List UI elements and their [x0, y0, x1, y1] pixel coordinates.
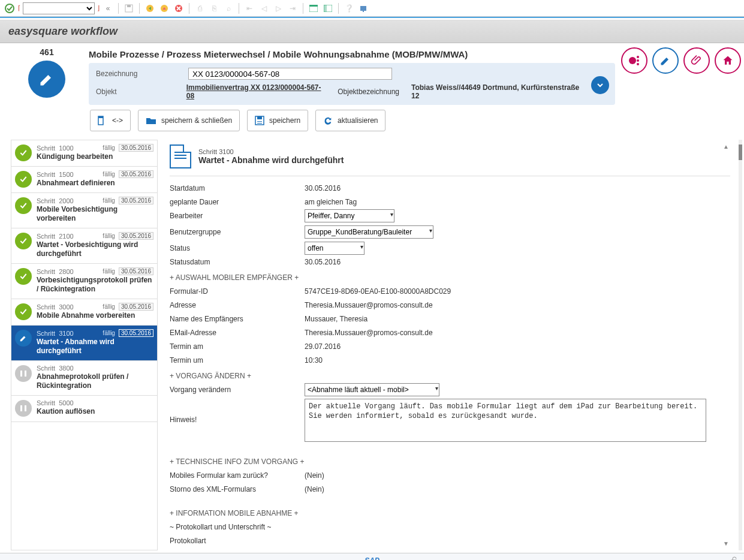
print-icon[interactable]: ⎙	[194, 2, 206, 14]
hinweis-text[interactable]: Der aktuelle Vorgang läuft. Das mobile F…	[305, 399, 706, 442]
save-label: speichern	[269, 116, 300, 125]
email-value: Theresia.Mussauer@promos-consult.de	[305, 329, 433, 337]
expand-button[interactable]: <->	[90, 110, 131, 131]
step-item[interactable]: Schritt3100fällig30.05.2016Wartet - Abna…	[11, 326, 157, 361]
step-item[interactable]: Schritt2800fällig30.05.2016Vorbesichtigu…	[11, 264, 157, 299]
svg-point-19	[637, 56, 639, 58]
edit-process-button[interactable]	[28, 61, 65, 98]
bearbeiter-select[interactable]: Pfeiffer, Danny	[305, 209, 394, 222]
formular-value: 5747CE19-8D69-0EA0-E100-80000A8DC029	[305, 287, 451, 296]
ok-icon[interactable]	[4, 2, 16, 14]
step-status-icon	[15, 171, 32, 188]
cancel-icon[interactable]	[173, 2, 185, 14]
step-title: Vorbesichtigungsprotokoll prüfen / Rücki…	[37, 276, 153, 294]
proto-sub: ~ Protokollart und Unterschrift ~	[170, 523, 271, 531]
save-close-button[interactable]: speichern & schließen	[138, 110, 240, 131]
page-title: easysquare workflow	[8, 25, 736, 38]
step-item[interactable]: Schritt1000fällig30.05.2016Kündigung bea…	[11, 140, 157, 167]
step-status-icon	[15, 233, 32, 249]
last-page-icon[interactable]: ⇥	[287, 2, 299, 14]
up-icon[interactable]	[158, 2, 170, 14]
due-label: fällig	[103, 303, 115, 310]
svg-point-21	[637, 63, 639, 65]
step-item[interactable]: Schritt5000Kaution auflösen	[11, 396, 157, 422]
step-item[interactable]: Schritt2100fällig30.05.2016Wartet - Vorb…	[11, 228, 157, 264]
home-button[interactable]	[715, 47, 741, 74]
gruppe-select[interactable]: Gruppe_KundBeratung/Bauleiter	[305, 225, 433, 239]
due-date: 30.05.2016	[119, 267, 153, 275]
due-date: 30.05.2016	[119, 170, 153, 178]
process-number: 461	[11, 47, 83, 57]
step-status-icon	[15, 197, 32, 214]
bezeichnung-label: Bezeichnung	[96, 70, 180, 78]
step-number: 2000	[59, 197, 73, 204]
page-title-bar: easysquare workflow	[0, 20, 744, 43]
step-label: Schritt	[37, 171, 55, 178]
step-title: Abnahmeart definieren	[37, 179, 153, 188]
refresh-icon	[323, 116, 333, 125]
step-label: Schritt	[37, 197, 55, 204]
due-label: fällig	[103, 233, 115, 239]
due-label: fällig	[103, 330, 115, 336]
scrollbar[interactable]	[739, 140, 742, 550]
sap-logo: SAP	[365, 556, 379, 561]
settings-icon[interactable]	[357, 2, 369, 14]
section-tech: + TECHNISCHE INFO ZUM VORGANG +	[170, 453, 730, 468]
due-label: fällig	[103, 171, 115, 177]
new-window-icon[interactable]	[308, 2, 320, 14]
step-item[interactable]: Schritt3800Abnahmeprotokoll prüfen / Rüc…	[11, 361, 157, 396]
step-number: 3800	[59, 365, 73, 372]
save-icon[interactable]	[123, 2, 135, 14]
back-icon[interactable]	[144, 2, 156, 14]
formular-label: Formular-ID	[170, 287, 305, 296]
empf-value: Mussauer, Theresia	[305, 315, 368, 323]
svg-rect-22	[20, 371, 22, 377]
scrollbar-thumb[interactable]	[739, 144, 742, 160]
next-page-icon[interactable]: ▷	[272, 2, 284, 14]
back-slim-icon[interactable]: «	[102, 2, 114, 14]
command-select[interactable]	[23, 2, 95, 14]
save-close-label: speichern & schließen	[161, 116, 232, 125]
due-date: 30.05.2016	[119, 197, 153, 204]
step-status-icon	[15, 400, 32, 417]
layout-icon[interactable]	[322, 2, 334, 14]
collapse-info-button[interactable]	[591, 76, 609, 94]
prev-page-icon[interactable]: ◁	[258, 2, 270, 14]
expand-icon	[98, 116, 107, 125]
scroll-up-icon[interactable]: ▲	[723, 143, 729, 150]
breadcrumb: Mobile Prozesse / Prozess Mieterwechsel …	[89, 47, 615, 63]
edit-button[interactable]	[652, 47, 679, 74]
step-number: 2800	[59, 268, 73, 275]
due-date: 30.05.2016	[119, 329, 153, 337]
step-title: Mobile Abnahme vorbereiten	[37, 311, 153, 320]
svg-point-0	[5, 4, 14, 13]
bezeichnung-input[interactable]	[188, 68, 392, 80]
startdatum-value: 30.05.2016	[305, 184, 341, 192]
save-button[interactable]: speichern	[247, 110, 308, 131]
svg-rect-23	[25, 371, 26, 377]
email-label: EMail-Adresse	[170, 329, 305, 337]
status-button[interactable]	[621, 47, 647, 74]
storno-value: (Nein)	[305, 485, 324, 493]
section-info: + INFORMATION MOBILE ABNAHME +	[170, 504, 730, 520]
step-item[interactable]: Schritt1500fällig30.05.2016Abnahmeart de…	[11, 167, 157, 193]
attachment-button[interactable]	[683, 47, 710, 74]
first-page-icon[interactable]: ⇤	[243, 2, 255, 14]
refresh-button[interactable]: aktualisieren	[315, 110, 385, 131]
step-label: Schritt	[37, 303, 55, 311]
step-title: Kaution auflösen	[37, 407, 153, 416]
step-item[interactable]: Schritt3000fällig30.05.2016Mobile Abnahm…	[11, 299, 157, 326]
objektbez-value: Tobias Weiss//44649 Dortmund, Kurfürsten…	[411, 83, 585, 100]
vorgang-select[interactable]: <Abnahme läuft aktuell - mobil>	[305, 383, 439, 396]
step-item[interactable]: Schritt2000fällig30.05.2016Mobile Vorbes…	[11, 193, 157, 228]
search-icon[interactable]: ⌕	[222, 2, 234, 14]
statusdatum-label: Statusdatum	[170, 258, 305, 266]
top-toolbar: ⌈ ⌋ « ⎙ ⎘ ⌕ ⇤ ◁ ▷ ⇥ ❔	[0, 0, 744, 17]
doc-nav-icon[interactable]: ⎘	[208, 2, 220, 14]
due-date: 30.05.2016	[119, 144, 153, 152]
objekt-link[interactable]: Immobilienvertrag XX 0123/000004-567-08	[186, 83, 326, 100]
status-select[interactable]: offen	[305, 242, 365, 255]
help-icon[interactable]: ❔	[343, 2, 355, 14]
bracket-open-icon: ⌈	[18, 4, 20, 12]
scroll-down-icon[interactable]: ▼	[723, 540, 729, 547]
